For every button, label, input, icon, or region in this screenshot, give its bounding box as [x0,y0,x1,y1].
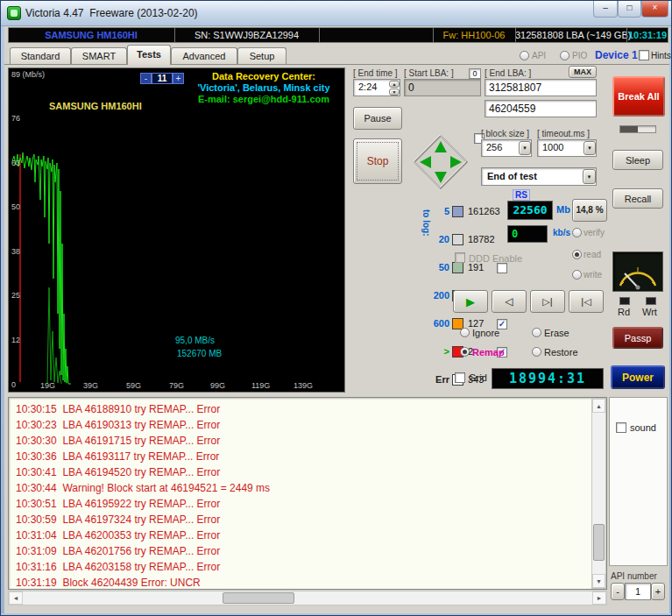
action-erase-radio[interactable] [532,328,541,337]
power-button[interactable]: Power [611,365,665,389]
tab-advanced[interactable]: Advanced [171,47,237,64]
close-button[interactable]: × [641,1,668,18]
bucket-label: Err [427,374,449,386]
end-of-test-select[interactable]: End of test ▼ [481,167,597,186]
meter-gauge-icon [613,252,662,291]
recall-button[interactable]: Recall [612,188,663,209]
maximize-button[interactable]: □ [618,1,641,18]
action-remap-radio[interactable] [460,347,470,357]
app-icon [7,6,21,20]
bucket-label: 200 [427,290,449,301]
start-lba-mini-box[interactable]: 0 [469,68,481,79]
sleep-button[interactable]: Sleep [612,150,663,170]
zoom-out-button[interactable]: - [140,73,152,84]
dropdown-icon[interactable]: ▼ [519,141,531,155]
ddd-enable-checkbox[interactable] [455,252,465,263]
action-erase-label: Erase [544,328,569,338]
title-bar[interactable]: Victoria 4.47 Freeware (2013-02-20) – □ … [1,1,672,26]
seek-pad[interactable] [413,134,469,190]
scroll-left-icon[interactable]: ◄ [9,591,23,605]
tab-setup[interactable]: Setup [237,47,286,64]
bucket-label: 20 [427,234,449,245]
read-led-label: Rd [618,307,630,317]
horizontal-scroll-thumb[interactable] [223,592,294,604]
log-horizontal-scrollbar[interactable]: ◄ ► [8,591,607,605]
passp-button[interactable]: Passp [612,327,663,349]
action-restore-label: Restore [544,347,578,358]
current-position-note: 152670 MB [177,349,222,358]
end-time-label: [ End time ] [353,68,398,78]
x-axis-label: 99G [210,381,225,390]
api-plus-button[interactable]: + [651,583,665,600]
event-log[interactable]: 10:30:15 LBA 46188910 try REMAP... Error… [8,397,607,590]
log-line: 10:30:23 LBA 46190313 try REMAP... Error [16,419,220,431]
mode-verify-radio[interactable] [572,228,582,237]
api-minus-button[interactable]: - [611,583,625,600]
vertical-scroll-thumb[interactable] [593,524,605,561]
stop-button[interactable]: Stop [353,138,402,184]
log-line: 10:30:41 LBA 46194520 try REMAP... Error [16,466,220,478]
end-time-spinner[interactable]: 2:24 ▲ ▼ [353,79,400,96]
drive-firmware: Fw: HH100-06 [433,29,515,41]
close-icon: × [653,3,658,12]
pause-button[interactable]: Pause [353,107,402,130]
minimize-button[interactable]: – [593,1,618,18]
grid-checkbox[interactable] [455,372,465,383]
maximize-icon: □ [626,3,632,12]
banner: Data Recovery Center: 'Victoria', Belaru… [182,71,345,105]
scroll-up-icon[interactable]: ▲ [592,399,605,413]
x-axis-label: 79G [169,381,184,390]
seek-start-button[interactable]: |◁ [569,290,604,313]
tab-smart[interactable]: SMART [71,47,127,64]
percent-done-box: 14,8 % [572,199,607,222]
scroll-right-icon[interactable]: ► [592,591,606,605]
start-lba-label: [ Start LBA: ] [404,68,454,78]
action-restore-radio[interactable] [532,347,541,357]
timeout-label: [ timeout.ms ] [537,129,590,138]
hints-checkbox[interactable] [639,50,649,60]
log-line: 10:31:04 LBA 46200353 try REMAP... Error [16,529,220,542]
write-led-label: Wrt [642,307,657,317]
histogram-row: 50191 [427,262,484,274]
y-axis-label: 12 [11,336,20,344]
block-size-select[interactable]: 256 ▼ [481,139,532,157]
start-lba-input[interactable]: 0 [404,79,481,96]
x-axis-label: 139G [294,381,313,390]
action-ignore-radio[interactable] [460,328,470,337]
dropdown-icon[interactable]: ▼ [584,141,596,155]
api-number-value: 1 [625,583,651,600]
pio-radio[interactable] [560,51,569,60]
step-back-button[interactable]: ◁ [492,290,527,313]
drive-model[interactable]: SAMSUNG HM160HI [8,29,174,41]
write-led [646,297,656,305]
rs-link[interactable]: RS [513,189,530,201]
api-radio[interactable] [520,51,529,60]
y-axis-label: 38 [11,247,20,256]
y-axis-label: 50 [11,202,20,211]
spinner-down-icon[interactable]: ▼ [389,89,400,96]
sound-checkbox[interactable] [616,422,626,433]
spinner-up-icon[interactable]: ▲ [389,81,400,88]
mini-progress-fill [620,126,638,132]
scan-graph-panel[interactable]: 89 (Mb/s) 76 63 50 38 25 12 0 19G 39G 59… [8,67,345,393]
timeout-value: 1000 [542,142,563,152]
log-50-checkbox[interactable] [497,263,507,273]
seek-forward-button[interactable]: ▷| [530,290,565,313]
max-button[interactable]: MAX [569,66,597,78]
graph-drive-label: SAMSUNG HM160HI [49,101,142,111]
end-lba-input[interactable]: 312581807 [485,79,597,96]
read-led [619,297,630,305]
break-all-button[interactable]: Break All [612,76,665,117]
tab-tests[interactable]: Tests [127,45,171,65]
scroll-down-icon[interactable]: ▼ [592,574,605,588]
histogram-row: 2018782 [427,234,495,246]
tab-standard[interactable]: Standard [10,47,71,64]
dropdown-icon[interactable]: ▼ [583,169,596,184]
mode-read-radio[interactable] [572,250,582,259]
log-vertical-scrollbar[interactable]: ▲ ▼ [591,398,606,589]
start-test-button[interactable]: ▶ [453,290,488,313]
log-line: 10:30:51 LBA 46195922 try REMAP... Error [16,498,220,510]
device-label[interactable]: Device 1 [595,49,638,61]
mode-write-radio[interactable] [572,270,582,280]
timeout-select[interactable]: 1000 ▼ [537,139,597,157]
